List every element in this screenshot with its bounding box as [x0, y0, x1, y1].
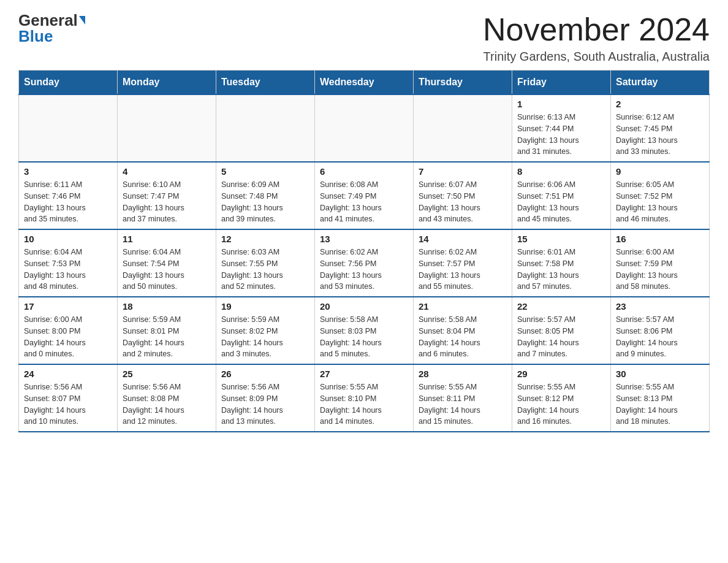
day-number: 16 — [616, 234, 704, 244]
calendar-cell: 1Sunrise: 6:13 AM Sunset: 7:44 PM Daylig… — [512, 94, 611, 162]
calendar-cell: 3Sunrise: 6:11 AM Sunset: 7:46 PM Daylig… — [19, 162, 118, 229]
day-number: 19 — [221, 301, 309, 312]
day-info: Sunrise: 5:59 AM Sunset: 8:02 PM Dayligh… — [221, 314, 309, 360]
calendar-cell: 13Sunrise: 6:02 AM Sunset: 7:56 PM Dayli… — [315, 229, 414, 297]
day-info: Sunrise: 6:09 AM Sunset: 7:48 PM Dayligh… — [221, 179, 309, 225]
calendar-cell: 6Sunrise: 6:08 AM Sunset: 7:49 PM Daylig… — [315, 162, 414, 229]
calendar-cell: 25Sunrise: 5:56 AM Sunset: 8:08 PM Dayli… — [118, 364, 216, 432]
day-info: Sunrise: 6:03 AM Sunset: 7:55 PM Dayligh… — [221, 247, 309, 293]
calendar-cell: 26Sunrise: 5:56 AM Sunset: 8:09 PM Dayli… — [216, 364, 315, 432]
day-number: 12 — [221, 234, 309, 244]
day-number: 25 — [123, 369, 211, 379]
day-info: Sunrise: 5:56 AM Sunset: 8:09 PM Dayligh… — [221, 381, 309, 427]
calendar-cell: 12Sunrise: 6:03 AM Sunset: 7:55 PM Dayli… — [216, 229, 315, 297]
calendar-cell: 10Sunrise: 6:04 AM Sunset: 7:53 PM Dayli… — [19, 229, 118, 297]
day-info: Sunrise: 6:02 AM Sunset: 7:56 PM Dayligh… — [320, 247, 408, 293]
day-number: 14 — [419, 234, 507, 244]
calendar-week-row: 17Sunrise: 6:00 AM Sunset: 8:00 PM Dayli… — [19, 297, 710, 364]
weekday-header-monday: Monday — [118, 71, 216, 95]
logo-blue: Blue — [18, 28, 53, 44]
day-info: Sunrise: 6:08 AM Sunset: 7:49 PM Dayligh… — [320, 179, 408, 225]
day-number: 28 — [419, 369, 507, 379]
day-info: Sunrise: 5:58 AM Sunset: 8:04 PM Dayligh… — [419, 314, 507, 360]
calendar-table: SundayMondayTuesdayWednesdayThursdayFrid… — [18, 70, 710, 432]
calendar-cell: 24Sunrise: 5:56 AM Sunset: 8:07 PM Dayli… — [19, 364, 118, 432]
day-info: Sunrise: 6:04 AM Sunset: 7:53 PM Dayligh… — [24, 247, 112, 293]
day-info: Sunrise: 6:00 AM Sunset: 8:00 PM Dayligh… — [24, 314, 112, 360]
day-number: 10 — [24, 234, 112, 244]
calendar-cell: 20Sunrise: 5:58 AM Sunset: 8:03 PM Dayli… — [315, 297, 414, 364]
calendar-cell: 11Sunrise: 6:04 AM Sunset: 7:54 PM Dayli… — [118, 229, 216, 297]
weekday-header-wednesday: Wednesday — [315, 71, 414, 95]
calendar-cell: 4Sunrise: 6:10 AM Sunset: 7:47 PM Daylig… — [118, 162, 216, 229]
day-info: Sunrise: 6:07 AM Sunset: 7:50 PM Dayligh… — [419, 179, 507, 225]
calendar-week-row: 1Sunrise: 6:13 AM Sunset: 7:44 PM Daylig… — [19, 94, 710, 162]
weekday-header-friday: Friday — [512, 71, 611, 95]
calendar-cell: 7Sunrise: 6:07 AM Sunset: 7:50 PM Daylig… — [414, 162, 512, 229]
day-number: 18 — [123, 301, 211, 312]
calendar-cell: 22Sunrise: 5:57 AM Sunset: 8:05 PM Dayli… — [512, 297, 611, 364]
day-info: Sunrise: 6:02 AM Sunset: 7:57 PM Dayligh… — [419, 247, 507, 293]
location-title: Trinity Gardens, South Australia, Austra… — [483, 50, 710, 64]
day-number: 1 — [517, 99, 605, 109]
day-info: Sunrise: 5:56 AM Sunset: 8:07 PM Dayligh… — [24, 381, 112, 427]
logo: General Blue — [18, 12, 85, 44]
page-header: General Blue November 2024 Trinity Garde… — [18, 12, 710, 64]
day-number: 9 — [616, 166, 704, 177]
calendar-cell: 27Sunrise: 5:55 AM Sunset: 8:10 PM Dayli… — [315, 364, 414, 432]
day-info: Sunrise: 6:00 AM Sunset: 7:59 PM Dayligh… — [616, 247, 704, 293]
day-number: 29 — [517, 369, 605, 379]
calendar-cell: 29Sunrise: 5:55 AM Sunset: 8:12 PM Dayli… — [512, 364, 611, 432]
calendar-cell — [414, 94, 512, 162]
day-info: Sunrise: 5:55 AM Sunset: 8:10 PM Dayligh… — [320, 381, 408, 427]
day-number: 26 — [221, 369, 309, 379]
calendar-cell — [118, 94, 216, 162]
day-number: 11 — [123, 234, 211, 244]
day-info: Sunrise: 6:11 AM Sunset: 7:46 PM Dayligh… — [24, 179, 112, 225]
day-info: Sunrise: 6:12 AM Sunset: 7:45 PM Dayligh… — [616, 112, 704, 158]
logo-arrow-icon — [79, 16, 85, 25]
day-number: 20 — [320, 301, 408, 312]
day-number: 22 — [517, 301, 605, 312]
day-info: Sunrise: 5:56 AM Sunset: 8:08 PM Dayligh… — [123, 381, 211, 427]
day-number: 13 — [320, 234, 408, 244]
month-title: November 2024 — [483, 12, 710, 47]
day-number: 8 — [517, 166, 605, 177]
weekday-header-sunday: Sunday — [19, 71, 118, 95]
title-block: November 2024 Trinity Gardens, South Aus… — [483, 12, 710, 64]
calendar-cell — [216, 94, 315, 162]
calendar-header-row: SundayMondayTuesdayWednesdayThursdayFrid… — [19, 71, 710, 95]
day-info: Sunrise: 6:05 AM Sunset: 7:52 PM Dayligh… — [616, 179, 704, 225]
day-info: Sunrise: 5:55 AM Sunset: 8:11 PM Dayligh… — [419, 381, 507, 427]
day-info: Sunrise: 5:55 AM Sunset: 8:13 PM Dayligh… — [616, 381, 704, 427]
day-number: 2 — [616, 99, 704, 109]
day-number: 4 — [123, 166, 211, 177]
day-info: Sunrise: 5:57 AM Sunset: 8:06 PM Dayligh… — [616, 314, 704, 360]
weekday-header-tuesday: Tuesday — [216, 71, 315, 95]
calendar-cell: 28Sunrise: 5:55 AM Sunset: 8:11 PM Dayli… — [414, 364, 512, 432]
day-info: Sunrise: 6:10 AM Sunset: 7:47 PM Dayligh… — [123, 179, 211, 225]
day-number: 5 — [221, 166, 309, 177]
calendar-week-row: 10Sunrise: 6:04 AM Sunset: 7:53 PM Dayli… — [19, 229, 710, 297]
calendar-cell: 5Sunrise: 6:09 AM Sunset: 7:48 PM Daylig… — [216, 162, 315, 229]
day-number: 24 — [24, 369, 112, 379]
calendar-cell: 23Sunrise: 5:57 AM Sunset: 8:06 PM Dayli… — [611, 297, 710, 364]
calendar-cell: 15Sunrise: 6:01 AM Sunset: 7:58 PM Dayli… — [512, 229, 611, 297]
day-info: Sunrise: 6:13 AM Sunset: 7:44 PM Dayligh… — [517, 112, 605, 158]
calendar-cell: 16Sunrise: 6:00 AM Sunset: 7:59 PM Dayli… — [611, 229, 710, 297]
calendar-cell: 21Sunrise: 5:58 AM Sunset: 8:04 PM Dayli… — [414, 297, 512, 364]
day-info: Sunrise: 5:59 AM Sunset: 8:01 PM Dayligh… — [123, 314, 211, 360]
day-number: 7 — [419, 166, 507, 177]
day-info: Sunrise: 6:04 AM Sunset: 7:54 PM Dayligh… — [123, 247, 211, 293]
calendar-cell — [19, 94, 118, 162]
calendar-week-row: 24Sunrise: 5:56 AM Sunset: 8:07 PM Dayli… — [19, 364, 710, 432]
calendar-cell: 14Sunrise: 6:02 AM Sunset: 7:57 PM Dayli… — [414, 229, 512, 297]
day-number: 27 — [320, 369, 408, 379]
calendar-cell — [315, 94, 414, 162]
day-info: Sunrise: 5:57 AM Sunset: 8:05 PM Dayligh… — [517, 314, 605, 360]
calendar-cell: 2Sunrise: 6:12 AM Sunset: 7:45 PM Daylig… — [611, 94, 710, 162]
calendar-cell: 17Sunrise: 6:00 AM Sunset: 8:00 PM Dayli… — [19, 297, 118, 364]
weekday-header-saturday: Saturday — [611, 71, 710, 95]
calendar-week-row: 3Sunrise: 6:11 AM Sunset: 7:46 PM Daylig… — [19, 162, 710, 229]
day-number: 17 — [24, 301, 112, 312]
